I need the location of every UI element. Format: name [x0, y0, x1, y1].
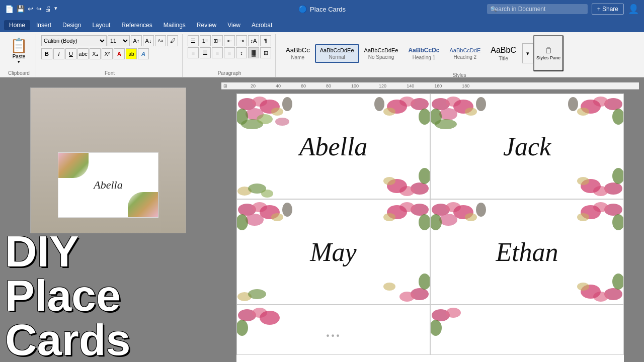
menu-item-insert[interactable]: Insert: [31, 20, 56, 30]
numbering-button[interactable]: 1≡: [200, 35, 211, 46]
title-right: 🔍 + Share 👤: [487, 4, 639, 15]
svg-point-46: [246, 214, 264, 226]
svg-point-80: [260, 311, 280, 325]
place-card-abella[interactable]: Abella: [236, 94, 430, 199]
style-name-sample: AaBbCc: [286, 46, 310, 54]
place-card-6[interactable]: [430, 305, 624, 355]
style-no-spacing[interactable]: AaBbCcDdEe No Spacing: [359, 44, 404, 63]
increase-indent-button[interactable]: ⇥: [236, 35, 247, 46]
thumb-card-name: Abella: [94, 178, 122, 192]
ruler-mark-40: 40: [276, 83, 281, 88]
quick-access-save[interactable]: 💾: [17, 5, 25, 13]
svg-point-28: [430, 109, 442, 125]
customize-arrow[interactable]: ▾: [54, 5, 57, 13]
bullets-button[interactable]: ☰: [188, 35, 199, 46]
floral-tr-jack: [553, 94, 623, 144]
quick-access-print[interactable]: 🖨: [45, 5, 51, 13]
font-name-select[interactable]: Calibri (Body): [41, 35, 107, 46]
style-name[interactable]: AaBbCc Name: [281, 43, 315, 63]
line-spacing-button[interactable]: ↕: [236, 47, 247, 58]
svg-point-16: [237, 187, 252, 196]
font-color-button[interactable]: A: [114, 48, 125, 59]
svg-point-25: [446, 97, 461, 107]
show-hide-button[interactable]: ¶: [260, 35, 271, 46]
text-effects-button[interactable]: A: [138, 48, 149, 59]
ruler-mark-100: 100: [351, 83, 359, 88]
justify-button[interactable]: ≡: [224, 47, 235, 58]
user-icon[interactable]: 👤: [628, 4, 639, 15]
strikethrough-button[interactable]: abc: [77, 48, 89, 59]
paste-dropdown[interactable]: ▾: [18, 59, 20, 64]
style-heading2[interactable]: AaBbCcDdE Heading 2: [444, 44, 486, 63]
align-right-button[interactable]: ≡: [212, 47, 223, 58]
styles-area: AaBbCc Name AaBbCcDdEe Normal AaBbCcDdEe…: [281, 35, 564, 71]
borders-button[interactable]: ⊞: [260, 47, 271, 58]
svg-point-62: [446, 202, 461, 212]
place-card-jack[interactable]: Jack: [430, 94, 624, 199]
menu-item-acrobat[interactable]: Acrobat: [247, 20, 277, 30]
styles-pane-button[interactable]: 🗒 Styles Pane: [533, 35, 564, 71]
font-shrink-button[interactable]: A↓: [143, 35, 154, 46]
shading-button[interactable]: ▓: [248, 47, 259, 58]
multilevel-button[interactable]: ⊞≡: [212, 35, 223, 46]
floral-bl-may: [237, 274, 277, 304]
diy-line2: Place Cards: [0, 274, 216, 362]
svg-point-61: [432, 204, 450, 216]
clear-format-button[interactable]: 🖊: [167, 35, 178, 46]
style-heading1[interactable]: AaBbCcDc Heading 1: [403, 44, 444, 63]
styles-pane-icon: 🗒: [544, 46, 552, 55]
floral-br-abella: [359, 148, 430, 199]
place-card-ethan[interactable]: Ethan: [430, 199, 624, 305]
menu-item-design[interactable]: Design: [57, 20, 86, 30]
styles-more-button[interactable]: ▾: [522, 43, 533, 63]
paste-button[interactable]: 📋 Paste ▾: [6, 35, 32, 66]
svg-point-17: [248, 184, 266, 194]
place-card-5[interactable]: ...: [236, 305, 430, 355]
svg-point-53: [419, 214, 430, 230]
highlight-button[interactable]: ab: [126, 48, 137, 59]
font-grow-button[interactable]: A↑: [131, 35, 142, 46]
svg-point-34: [581, 100, 601, 114]
ruler-mark-80: 80: [326, 83, 331, 88]
menu-item-mailings[interactable]: Mailings: [158, 20, 191, 30]
menu-item-home[interactable]: Home: [4, 20, 30, 30]
svg-point-22: [419, 168, 430, 184]
ruler-mark-180: 180: [462, 83, 469, 88]
ruler-mark-140: 140: [407, 83, 414, 88]
italic-button[interactable]: I: [53, 48, 64, 59]
svg-point-24: [432, 98, 450, 110]
search-input[interactable]: [487, 4, 588, 14]
style-normal[interactable]: AaBbCcDdEe Normal: [315, 44, 359, 63]
share-button[interactable]: + Share: [592, 4, 624, 15]
doc-page: Abella: [236, 94, 624, 362]
underline-button[interactable]: U: [65, 48, 76, 59]
plus-icon[interactable]: ⊞: [223, 83, 227, 88]
superscript-button[interactable]: X²: [102, 48, 113, 59]
quick-access-redo[interactable]: ↪: [36, 5, 42, 13]
style-h1-sample: AaBbCcDc: [408, 47, 439, 54]
floral-br-jack: [553, 148, 623, 199]
svg-point-67: [476, 203, 486, 217]
sort-button[interactable]: ↕A: [248, 35, 259, 46]
change-case-button[interactable]: Aa: [155, 35, 166, 46]
menu-item-references[interactable]: References: [116, 20, 157, 30]
decrease-indent-button[interactable]: ⇤: [224, 35, 235, 46]
bold-button[interactable]: B: [41, 48, 52, 59]
menu-item-review[interactable]: Review: [192, 20, 221, 30]
menu-item-view[interactable]: View: [222, 20, 246, 30]
svg-point-35: [612, 109, 624, 125]
menu-item-layout[interactable]: Layout: [87, 20, 115, 30]
subscript-button[interactable]: X₂: [90, 48, 101, 59]
font-size-select[interactable]: 11: [108, 35, 130, 46]
doc-panel[interactable]: ⊞ 20 40 60 80 100 120 140 160 180: [216, 77, 644, 362]
align-center-button[interactable]: ☰: [200, 47, 211, 58]
place-card-may[interactable]: May: [236, 199, 430, 305]
svg-point-65: [430, 214, 442, 230]
quick-access-undo[interactable]: ↩: [28, 5, 33, 13]
align-left-button[interactable]: ≡: [188, 47, 199, 58]
style-normal-sample: AaBbCcDdEe: [320, 47, 354, 53]
svg-point-50: [411, 204, 429, 216]
card-name-abella: Abella: [299, 132, 368, 161]
style-title[interactable]: AaBbC Title: [486, 43, 521, 64]
svg-point-83: [446, 308, 461, 318]
